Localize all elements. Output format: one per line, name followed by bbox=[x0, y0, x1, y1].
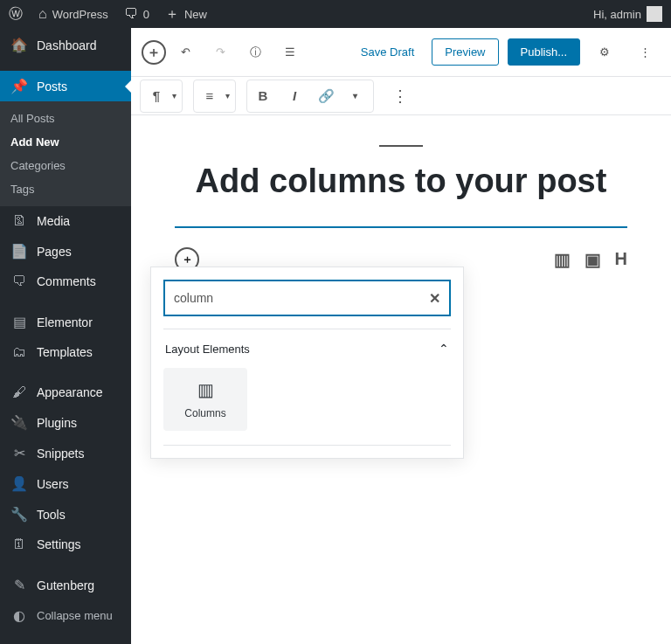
sidebar-item-appearance[interactable]: 🖌Appearance bbox=[0, 377, 131, 407]
italic-button[interactable]: I bbox=[279, 80, 310, 112]
columns-shortcut-icon[interactable]: ▥ bbox=[554, 249, 571, 270]
tools-icon: 🔧 bbox=[10, 506, 28, 523]
scissors-icon: ✂ bbox=[10, 445, 28, 461]
more-format-button[interactable]: ▾ bbox=[342, 80, 373, 112]
paragraph-type-button[interactable]: ¶ bbox=[141, 80, 172, 112]
settings-icon: 🗓 bbox=[10, 537, 28, 552]
image-shortcut-icon[interactable]: ▣ bbox=[585, 249, 601, 270]
plus-icon: ＋ bbox=[165, 5, 179, 24]
heading-shortcut-icon[interactable]: H bbox=[615, 249, 627, 270]
posts-submenu: All Posts Add New Categories Tags bbox=[0, 101, 131, 206]
sidebar-item-snippets[interactable]: ✂Snippets bbox=[0, 438, 131, 468]
sidebar-item-comments[interactable]: 🗨Comments bbox=[0, 267, 131, 296]
wordpress-icon: ⓦ bbox=[9, 5, 23, 24]
collapse-icon: ◐ bbox=[10, 607, 28, 624]
block-tile-columns[interactable]: ▥ Columns bbox=[163, 368, 247, 431]
templates-icon: 🗂 bbox=[10, 344, 28, 360]
pin-icon: 📌 bbox=[10, 78, 28, 94]
site-link[interactable]: ⌂WordPress bbox=[38, 6, 108, 22]
block-more-button[interactable]: ⋮ bbox=[384, 80, 416, 112]
sidebar-item-pages[interactable]: 📄Pages bbox=[0, 236, 131, 267]
sidebar-item-settings[interactable]: 🗓Settings bbox=[0, 530, 131, 559]
sidebar-item-templates[interactable]: 🗂Templates bbox=[0, 337, 131, 367]
chevron-up-icon: ⌃ bbox=[439, 342, 449, 356]
block-toolbar: ¶▾ ≡▾ B I 🔗 ▾ ⋮ bbox=[131, 77, 671, 115]
submenu-categories[interactable]: Categories bbox=[0, 154, 131, 177]
add-block-button[interactable]: ＋ bbox=[142, 40, 166, 65]
new-link[interactable]: ＋New bbox=[165, 5, 207, 24]
block-inserter-popover: ✕ Layout Elements ⌃ ▥ Columns bbox=[150, 267, 464, 459]
editor-header: ＋ ↶ ↷ ⓘ ☰ Save Draft Preview Publish... … bbox=[131, 28, 671, 77]
publish-button[interactable]: Publish... bbox=[508, 38, 580, 66]
sidebar-item-plugins[interactable]: 🔌Plugins bbox=[0, 407, 131, 438]
greeting: Hi, admin bbox=[593, 8, 641, 21]
new-label: New bbox=[184, 8, 207, 21]
sidebar-item-users[interactable]: 👤Users bbox=[0, 468, 131, 499]
more-button[interactable]: ⋮ bbox=[629, 37, 661, 68]
section-title: Layout Elements bbox=[165, 343, 250, 356]
comments-link[interactable]: 🗨0 bbox=[124, 6, 149, 22]
avatar bbox=[647, 6, 662, 22]
columns-icon: ▥ bbox=[197, 379, 214, 400]
comments-icon: 🗨 bbox=[10, 274, 28, 289]
sidebar-item-posts[interactable]: 📌Posts bbox=[0, 71, 131, 101]
users-icon: 👤 bbox=[10, 475, 28, 492]
post-title[interactable]: Add columns to your post bbox=[175, 163, 627, 200]
block-tile-label: Columns bbox=[184, 407, 225, 419]
section-header[interactable]: Layout Elements ⌃ bbox=[163, 329, 451, 368]
sidebar-item-elementor[interactable]: ▤Elementor bbox=[0, 307, 131, 337]
caret-down-icon: ▾ bbox=[225, 91, 235, 100]
caret-down-icon: ▾ bbox=[172, 91, 182, 100]
clear-search-button[interactable]: ✕ bbox=[429, 290, 440, 307]
media-icon: 🖻 bbox=[10, 213, 28, 229]
site-name: WordPress bbox=[52, 8, 108, 21]
title-underline bbox=[175, 226, 627, 228]
admin-sidebar: 🏠Dashboard 📌Posts All Posts Add New Cate… bbox=[0, 28, 131, 644]
info-button[interactable]: ⓘ bbox=[239, 37, 271, 68]
block-grid: ▥ Columns bbox=[163, 368, 451, 446]
redo-button[interactable]: ↷ bbox=[204, 37, 236, 68]
block-search-input[interactable] bbox=[174, 291, 429, 305]
settings-button[interactable]: ⚙ bbox=[589, 37, 620, 68]
sidebar-item-tools[interactable]: 🔧Tools bbox=[0, 499, 131, 530]
submenu-add-new[interactable]: Add New bbox=[0, 130, 131, 154]
title-block: Add columns to your post bbox=[175, 145, 627, 228]
align-button[interactable]: ≡ bbox=[194, 80, 225, 112]
undo-button[interactable]: ↶ bbox=[169, 37, 201, 68]
comment-icon: 🗨 bbox=[124, 6, 138, 22]
bold-button[interactable]: B bbox=[247, 80, 279, 112]
collapse-menu[interactable]: ◐Collapse menu bbox=[0, 600, 131, 631]
elementor-icon: ▤ bbox=[10, 314, 28, 330]
title-separator bbox=[379, 145, 423, 147]
dashboard-icon: 🏠 bbox=[10, 37, 28, 53]
comments-count: 0 bbox=[143, 8, 149, 21]
search-input-wrap: ✕ bbox=[163, 280, 451, 316]
admin-bar: ⓦ ⌂WordPress 🗨0 ＋New Hi, admin bbox=[0, 0, 671, 28]
save-draft-button[interactable]: Save Draft bbox=[352, 40, 423, 64]
link-button[interactable]: 🔗 bbox=[310, 80, 342, 112]
outline-button[interactable]: ☰ bbox=[274, 37, 306, 68]
wp-logo[interactable]: ⓦ bbox=[9, 5, 23, 24]
pencil-icon: ✎ bbox=[10, 577, 28, 593]
preview-button[interactable]: Preview bbox=[432, 38, 498, 66]
sidebar-item-gutenberg[interactable]: ✎Gutenberg bbox=[0, 570, 131, 600]
plugin-icon: 🔌 bbox=[10, 414, 28, 431]
submenu-all-posts[interactable]: All Posts bbox=[0, 107, 131, 130]
pages-icon: 📄 bbox=[10, 243, 28, 260]
sidebar-item-media[interactable]: 🖻Media bbox=[0, 206, 131, 236]
home-icon: ⌂ bbox=[38, 6, 47, 22]
brush-icon: 🖌 bbox=[10, 384, 28, 400]
sidebar-item-dashboard[interactable]: 🏠Dashboard bbox=[0, 28, 131, 60]
submenu-tags[interactable]: Tags bbox=[0, 177, 131, 201]
my-account[interactable]: Hi, admin bbox=[593, 6, 662, 22]
